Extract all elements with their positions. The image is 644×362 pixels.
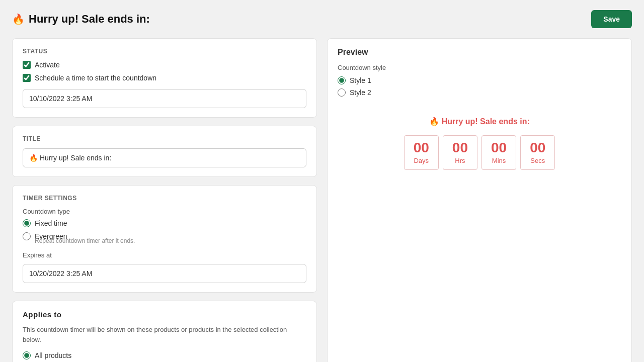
all-products-row: All products [23, 351, 306, 359]
title-section-label: TITLE [23, 135, 306, 142]
all-products-label: All products [35, 351, 71, 359]
status-label: STATUS [23, 48, 306, 55]
mins-label: Mins [492, 157, 506, 164]
days-box: 00 Days [404, 135, 439, 170]
page-title-area: 🔥 Hurry up! Sale ends in: [12, 13, 150, 26]
days-value: 00 [414, 141, 429, 155]
secs-value: 00 [530, 141, 545, 155]
timer-settings-label: TIMER SETTINGS [23, 195, 306, 202]
evergreen-group: Evergreen Repeat countdown timer after i… [23, 232, 306, 244]
applies-to-card: Applies to This countdown timer will be … [12, 301, 317, 362]
style2-label: Style 2 [350, 88, 371, 97]
fixed-time-radio[interactable] [23, 219, 31, 227]
style-radio-group: Style 1 Style 2 [338, 76, 621, 97]
countdown-boxes: 00 Days 00 Hrs 00 Mins 00 Secs [404, 135, 555, 170]
title-card: TITLE [12, 126, 317, 177]
hrs-value: 00 [452, 141, 468, 155]
expires-label: Expires at [23, 251, 306, 259]
save-button[interactable]: Save [591, 10, 632, 28]
secs-box: 00 Secs [520, 135, 555, 170]
all-products-radio[interactable] [23, 351, 31, 359]
secs-label: Secs [530, 157, 545, 164]
hrs-box: 00 Hrs [443, 135, 477, 170]
applies-to-group: All products Specific products Specific … [23, 351, 306, 362]
style2-row: Style 2 [338, 88, 621, 97]
applies-to-description: This countdown timer will be shown on th… [23, 325, 306, 344]
page-title: Hurry up! Sale ends in: [29, 13, 150, 26]
mins-box: 00 Mins [481, 135, 516, 170]
style2-radio[interactable] [338, 88, 346, 97]
fixed-time-label: Fixed time [35, 219, 67, 227]
preview-display: 🔥 Hurry up! Sale ends in: 00 Days 00 Hrs… [338, 109, 621, 178]
applies-to-title: Applies to [23, 310, 306, 319]
style1-label: Style 1 [350, 76, 371, 84]
schedule-row: Schedule a time to start the countdown [23, 74, 306, 82]
mins-value: 00 [491, 141, 507, 155]
activate-row: Activate [23, 61, 306, 69]
activate-checkbox[interactable] [23, 61, 31, 69]
fire-icon: 🔥 [12, 13, 25, 25]
status-card: STATUS Activate Schedule a time to start… [12, 38, 317, 118]
timer-settings-card: TIMER SETTINGS Countdown type Fixed time… [12, 185, 317, 293]
title-input[interactable] [23, 148, 306, 167]
countdown-type-label: Countdown type [23, 208, 306, 215]
expires-input[interactable] [23, 264, 306, 283]
preview-card: Preview Countdown style Style 1 Style 2 … [327, 38, 632, 362]
preview-title: Preview [338, 48, 621, 57]
schedule-checkbox[interactable] [23, 74, 31, 82]
days-label: Days [414, 157, 429, 164]
countdown-type-group: Fixed time Evergreen Repeat countdown ti… [23, 219, 306, 244]
style1-row: Style 1 [338, 76, 621, 84]
style1-radio[interactable] [338, 76, 346, 84]
schedule-label: Schedule a time to start the countdown [35, 74, 156, 82]
countdown-style-label: Countdown style [338, 64, 621, 71]
activate-label: Activate [35, 61, 60, 69]
fixed-time-row: Fixed time [23, 219, 306, 227]
evergreen-radio[interactable] [23, 232, 31, 240]
evergreen-sublabel: Repeat countdown timer after it ends. [35, 237, 306, 244]
schedule-datetime-input[interactable] [23, 89, 306, 108]
hrs-label: Hrs [455, 157, 465, 164]
preview-heading: 🔥 Hurry up! Sale ends in: [429, 117, 530, 126]
